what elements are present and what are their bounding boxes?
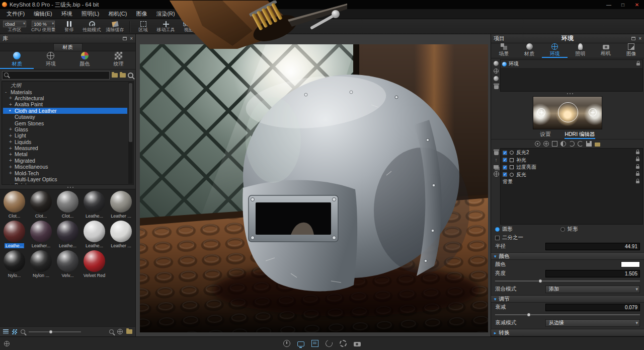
move-up-icon[interactable]: ↑ (495, 158, 498, 163)
menu-edit[interactable]: 编辑(E) (29, 9, 57, 19)
folder-icon[interactable] (595, 143, 600, 147)
material-thumbnail[interactable]: Leather ... (108, 221, 134, 250)
radius-input[interactable] (545, 243, 640, 250)
list-view-icon[interactable] (3, 329, 9, 334)
menu-environment[interactable]: 环境 (57, 9, 77, 19)
image-pin-icon[interactable] (552, 141, 557, 147)
clear-cache-button[interactable]: 清除缓存 (106, 21, 124, 32)
tree-item[interactable]: +Light (3, 132, 127, 138)
lock-icon[interactable] (636, 166, 639, 169)
workspace-value[interactable]: cbad (3, 21, 26, 27)
region-button[interactable]: 区域 (135, 21, 152, 32)
material-thumbnail-selected[interactable]: Leathe... (1, 221, 28, 250)
subtab-settings[interactable]: 设置 (540, 130, 550, 139)
material-thumbnail[interactable]: Leather... (28, 221, 54, 250)
lock-icon[interactable] (636, 152, 639, 154)
pin-visibility-checkbox[interactable] (503, 172, 507, 177)
tree-item[interactable]: +Migrated (3, 158, 127, 164)
trash-icon[interactable] (494, 85, 499, 89)
reset-camera-icon[interactable] (325, 339, 334, 348)
tree-item[interactable]: +Metal (3, 151, 127, 157)
tab-materials[interactable]: 材质 (0, 51, 34, 69)
menu-render[interactable]: 渲染(R) (151, 9, 179, 19)
brightness-input[interactable] (545, 270, 640, 277)
minimize-button[interactable]: — (602, 0, 616, 9)
undock-icon[interactable] (123, 37, 127, 40)
zoom-out-icon[interactable] (21, 329, 25, 334)
move-tool-button[interactable]: 移动工具 (157, 21, 175, 32)
half-pin-icon[interactable] (560, 141, 566, 147)
lock-icon[interactable] (636, 63, 640, 65)
tree-item[interactable]: +Liquids (3, 139, 127, 145)
material-thumbnail[interactable]: Velv... (54, 250, 81, 279)
open-folder-icon[interactable] (126, 329, 132, 334)
zoom-in-icon[interactable] (109, 329, 114, 334)
cpu-usage-combo[interactable]: 100 % CPU 使用量 (31, 21, 56, 32)
hdri-pin-ring-center[interactable] (558, 102, 578, 122)
lock-icon[interactable] (636, 173, 639, 176)
half-checkbox[interactable] (495, 236, 500, 240)
view-angle-indicator[interactable]: 53.9 视图 (180, 21, 197, 32)
tree-item[interactable]: +Glass (3, 126, 127, 132)
blend-mode-dropdown[interactable]: 添加 (545, 286, 640, 293)
menu-window[interactable]: 窗口 (207, 9, 227, 19)
material-thumbnail[interactable]: Nylo... (1, 250, 28, 279)
color-section-header[interactable]: 颜色 (491, 252, 644, 260)
tab-colors[interactable]: 颜色 (68, 51, 102, 69)
sun-pin-icon[interactable] (535, 141, 540, 147)
capture-icon[interactable] (354, 342, 361, 346)
render-3d-view[interactable] (140, 44, 488, 332)
gear-icon[interactable] (340, 340, 347, 347)
subtab-hdri-editor[interactable]: HDRI 编辑器 (565, 130, 595, 139)
import-folder-icon[interactable] (112, 73, 118, 78)
pin-visibility-checkbox[interactable] (503, 165, 507, 170)
splitter-handle[interactable] (0, 185, 135, 189)
close-button[interactable]: ✕ (630, 0, 644, 9)
tree-item[interactable]: 大纲 (3, 83, 127, 89)
pin-row[interactable]: 过度亮面 (501, 164, 642, 171)
menu-help[interactable]: 帮助(H) (227, 9, 255, 19)
add-camera-button[interactable]: 添加 (208, 21, 225, 32)
workspace-combo[interactable]: cbad 工作区 (3, 21, 26, 32)
undo-icon[interactable] (569, 141, 575, 147)
tab-camera[interactable]: 相机 (593, 43, 619, 58)
duplicate-environment-icon[interactable] (494, 76, 499, 81)
environment-globe-icon[interactable] (494, 68, 499, 74)
menu-camera[interactable]: 相机(C) (104, 9, 131, 19)
menu-file[interactable]: 文件(F) (2, 9, 29, 19)
circle-radio[interactable] (495, 227, 500, 232)
close-panel-icon[interactable]: × (638, 36, 641, 41)
falloff-mode-dropdown[interactable]: 从边缘 (545, 319, 640, 327)
menu-view[interactable]: 查看(V) (180, 9, 207, 19)
menu-image[interactable]: 图像 (131, 9, 151, 19)
pin-row[interactable]: 反光 (501, 171, 642, 179)
performance-mode-button[interactable]: 性能模式 (83, 21, 101, 32)
close-panel-icon[interactable]: × (130, 36, 133, 41)
color-swatch[interactable] (621, 261, 640, 267)
tab-image[interactable]: 图像 (618, 43, 644, 58)
falloff-slider[interactable] (495, 312, 640, 317)
material-thumbnail[interactable]: Clot... (54, 191, 81, 220)
tab-lighting[interactable]: 照明 (568, 43, 593, 58)
search-large-icon[interactable] (128, 73, 133, 78)
grid-view-icon[interactable] (12, 329, 17, 334)
search-input[interactable] (2, 71, 110, 80)
pin-row[interactable]: 补光 (501, 157, 642, 164)
pin-visibility-checkbox[interactable] (503, 158, 507, 162)
brightness-slider[interactable] (495, 278, 640, 284)
material-thumbnail[interactable]: Leathe... (54, 221, 81, 250)
tree-item[interactable]: +Architectural (3, 95, 127, 101)
trash-icon[interactable] (494, 151, 499, 155)
layers-icon[interactable] (494, 165, 499, 169)
adjust-section-header[interactable]: 调节 (491, 295, 644, 303)
lock-icon[interactable] (636, 159, 639, 161)
material-thumbnail[interactable]: Velvet Red (81, 250, 108, 279)
target-icon[interactable] (494, 171, 499, 177)
render-queue-icon[interactable] (311, 340, 318, 347)
tab-scene[interactable]: 场景 (491, 43, 517, 58)
cpu-usage-value[interactable]: 100 % (32, 21, 55, 27)
redo-icon[interactable] (578, 141, 583, 147)
tree-item[interactable]: Cutaway (3, 114, 127, 120)
pause-button[interactable]: 暂停 (61, 21, 78, 32)
tree-item[interactable]: +Miscellaneous (3, 164, 127, 170)
